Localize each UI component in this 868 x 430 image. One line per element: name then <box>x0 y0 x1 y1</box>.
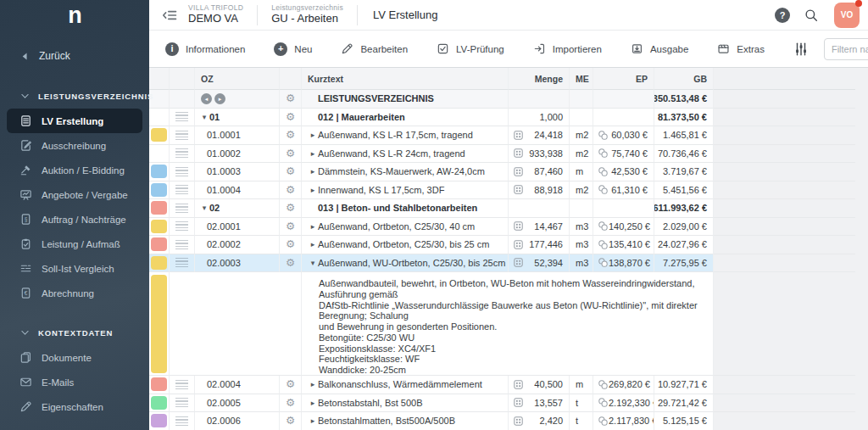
oz-cell[interactable]: ▾01 <box>195 109 280 127</box>
expand-caret-icon[interactable]: ▸ <box>308 240 318 249</box>
lv-table-row[interactable]: 01.0003⚙▸Dämmstein, KS-Mauerwerk, AW-24,… <box>149 163 868 181</box>
kurztext-cell[interactable]: ▸Außenwand, KS L-R 24cm, tragend <box>302 145 509 164</box>
scrollbar-gutter[interactable] <box>855 68 868 430</box>
oz-cell[interactable]: 01.0002 <box>195 145 280 164</box>
sidebar-collapse-icon[interactable] <box>161 7 178 24</box>
logo-area[interactable]: n <box>0 0 149 31</box>
lv-table-row[interactable]: 02.0006⚙▸Betonstahlmatten, Bst500A/500B2… <box>149 412 868 430</box>
col-me[interactable]: ME <box>570 68 593 90</box>
sidebar-item-abrechnung[interactable]: €Abrechnung <box>7 281 142 305</box>
lv-table-row[interactable]: 01.0004⚙▸Innenwand, KS L 17,5cm, 3DF88,9… <box>149 181 868 200</box>
drag-handle-icon[interactable] <box>175 148 188 158</box>
oz-cell[interactable]: 02.0006 <box>195 412 280 430</box>
drag-handle-icon[interactable] <box>175 240 188 249</box>
color-chip-yellow[interactable] <box>151 220 167 233</box>
breadcrumb-project[interactable]: VILLA TRIFOLD DEMO VA <box>188 4 257 25</box>
breadcrumb-lv[interactable]: Leistungsverzeichnis GU - Arbeiten <box>258 4 357 25</box>
kurztext-cell[interactable]: ▸Außenwand, Ortbeton, C25/30, 40 cm <box>302 218 509 237</box>
gear-icon[interactable]: ⚙ <box>286 239 295 250</box>
lv-table-row[interactable]: 02.0005⚙▸Betonstabstahl, Bst 500B13,557t… <box>149 394 868 413</box>
kurztext-cell[interactable]: ▸Betonstahlmatten, Bst500A/500B <box>302 412 509 430</box>
drag-handle-icon[interactable] <box>175 185 188 194</box>
gear-icon[interactable]: ⚙ <box>286 93 295 104</box>
drag-handle-icon[interactable] <box>175 380 188 389</box>
toolbar-button-ausgabe[interactable]: Ausgabe <box>631 42 688 55</box>
lv-table-row[interactable]: 02.0002⚙▸Außenwand, Ortbeton, C25/30, bi… <box>149 236 868 254</box>
col-oz[interactable]: OZ <box>195 68 280 90</box>
collapse-caret-icon[interactable]: ▾ <box>199 204 209 212</box>
sidebar-item-angebote-vergabe[interactable]: Angebote / Vergabe <box>7 182 142 207</box>
color-chip-red[interactable] <box>151 377 167 391</box>
oz-cell[interactable]: 02.0001 <box>195 218 280 237</box>
toolbar-button-informationen[interactable]: iInformationen <box>165 42 245 56</box>
drag-handle-icon[interactable] <box>175 398 188 407</box>
gear-icon[interactable]: ⚙ <box>286 203 295 214</box>
sidebar-item-dokumente[interactable]: Dokumente <box>7 345 142 370</box>
search-icon[interactable] <box>804 8 819 23</box>
lv-table-row[interactable]: 01.0002⚙▸Außenwand, KS L-R 24cm, tragend… <box>149 145 868 164</box>
color-chip-red[interactable] <box>151 237 167 251</box>
sidebar-item-auktion-e-bidding[interactable]: Auktion / E-Bidding <box>7 158 142 182</box>
color-chip-yellow[interactable] <box>151 256 167 270</box>
kurztext-cell[interactable]: ▸Dämmstein, KS-Mauerwerk, AW-24,0cm <box>302 163 509 181</box>
sidebar-item-e-mails[interactable]: E-Mails <box>7 370 142 394</box>
lv-table-row[interactable]: ◂▸⚙LEISTUNGSVERZEICHNIS2.350.513,48 € <box>149 90 868 109</box>
nav-left-button[interactable]: ◂ <box>201 93 212 104</box>
lv-table-row[interactable]: 02.0004⚙▸Balkonanschluss, Wärmedämmeleme… <box>149 376 868 394</box>
oz-cell[interactable]: 02.0005 <box>195 394 280 413</box>
gear-icon[interactable]: ⚙ <box>286 166 295 177</box>
color-chip-yellow[interactable] <box>151 128 167 142</box>
expand-caret-icon[interactable]: ▸ <box>308 131 318 139</box>
kurztext-cell[interactable]: LEISTUNGSVERZEICHNIS <box>302 90 509 109</box>
lv-longtext-row[interactable]: Außenwandbauteil, bewehrt, in Ortbeton, … <box>149 272 868 376</box>
oz-cell[interactable]: 02.0002 <box>195 236 280 254</box>
color-chip-purple[interactable] <box>151 414 167 427</box>
oz-cell[interactable]: 01.0003 <box>195 163 280 181</box>
gear-icon[interactable]: ⚙ <box>286 112 295 123</box>
oz-cell[interactable]: 01.0001 <box>195 126 280 145</box>
column-settings-icon[interactable] <box>793 42 809 57</box>
sidebar-item-soll-ist-vergleich[interactable]: Soll-Ist Vergleich <box>7 256 142 281</box>
nav-right-button[interactable]: ▸ <box>214 93 225 104</box>
oz-cell[interactable]: ◂▸ <box>195 90 280 109</box>
expand-caret-icon[interactable]: ▸ <box>308 416 318 425</box>
expand-caret-icon[interactable]: ▸ <box>308 149 318 158</box>
oz-cell[interactable]: 02.0003 <box>195 254 280 273</box>
sidebar-item-leistung-aufmaß[interactable]: Leistung / Aufmaß <box>7 232 142 256</box>
expand-caret-icon[interactable]: ▸ <box>308 380 318 388</box>
sidebar-item-ausschreibung[interactable]: Ausschreibung <box>7 133 142 158</box>
color-chip-blue[interactable] <box>151 165 167 178</box>
col-ep[interactable]: EP <box>593 68 654 90</box>
filter-input[interactable] <box>824 38 868 60</box>
gear-icon[interactable]: ⚙ <box>286 379 295 390</box>
lv-table-row[interactable]: 02.0001⚙▸Außenwand, Ortbeton, C25/30, 40… <box>149 218 868 237</box>
toolbar-button-lv-prüfung[interactable]: LV-Prüfung <box>437 42 504 55</box>
drag-handle-icon[interactable] <box>175 221 188 231</box>
expand-caret-icon[interactable]: ▸ <box>308 167 318 176</box>
sidebar-section-1[interactable]: KONTEXTDATEN <box>0 325 149 340</box>
collapse-caret-icon[interactable]: ▾ <box>308 259 318 267</box>
lv-table-row[interactable]: 02.0003⚙▾Außenwand, WU-Ortbeton, C25/30,… <box>149 254 868 273</box>
toolbar-button-neu[interactable]: +Neu <box>274 42 312 56</box>
kurztext-cell[interactable]: ▸Balkonanschluss, Wärmedämmelement <box>302 376 509 394</box>
drag-handle-icon[interactable] <box>175 416 188 426</box>
gear-icon[interactable]: ⚙ <box>286 130 295 141</box>
sidebar-item-lv-erstellung[interactable]: LV Erstellung <box>7 109 142 133</box>
expand-caret-icon[interactable]: ▸ <box>308 186 318 194</box>
oz-cell[interactable]: ▾02 <box>195 199 280 218</box>
gear-icon[interactable]: ⚙ <box>286 258 295 269</box>
gear-icon[interactable]: ⚙ <box>286 185 295 196</box>
color-chip-green[interactable] <box>151 396 167 410</box>
oz-cell[interactable]: 01.0004 <box>195 181 280 200</box>
col-menge[interactable]: Menge <box>509 68 570 90</box>
toolbar-button-extras[interactable]: Extras <box>717 42 765 55</box>
help-icon[interactable]: ? <box>775 8 790 23</box>
kurztext-cell[interactable]: ▸Betonstabstahl, Bst 500B <box>302 394 509 413</box>
sidebar-item-eigenschaften[interactable]: Eigenschaften <box>7 394 142 419</box>
kurztext-cell[interactable]: 012 | Mauerarbeiten <box>302 109 509 127</box>
color-chip-blue[interactable] <box>151 183 167 197</box>
expand-caret-icon[interactable]: ▸ <box>308 222 318 231</box>
sidebar-section-0[interactable]: LEISTUNGSVERZEICHNIS <box>0 88 149 103</box>
kurztext-cell[interactable]: ▸Innenwand, KS L 17,5cm, 3DF <box>302 181 509 200</box>
kurztext-cell[interactable]: ▾Außenwand, WU-Ortbeton, C25/30, bis 25c… <box>302 254 509 273</box>
